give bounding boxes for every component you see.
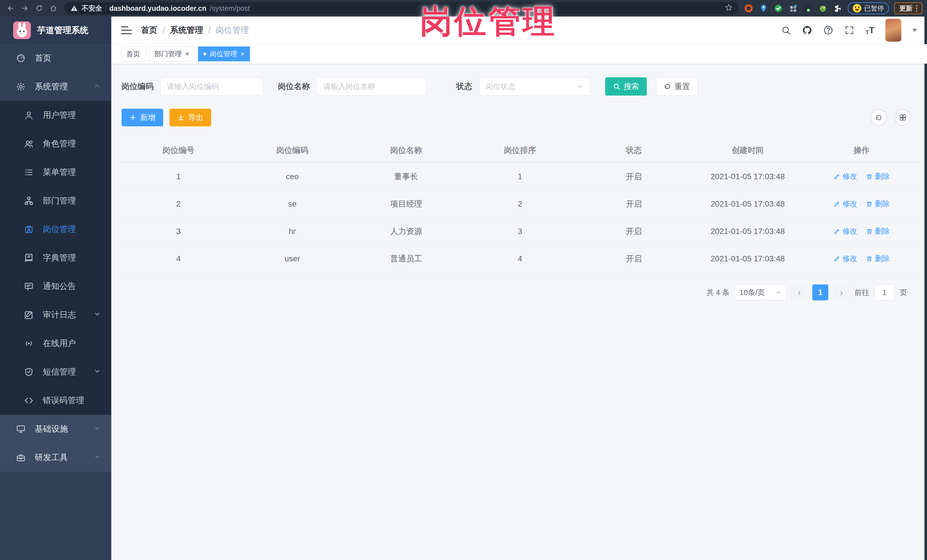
screen: 不安全 dashboard.yudao.iocoder.cn /system/p… xyxy=(0,0,927,560)
sidebar-item-home[interactable]: 首页 xyxy=(0,44,111,73)
blue-pin-extension-icon[interactable] xyxy=(759,3,768,13)
breadcrumb-system[interactable]: 系统管理 xyxy=(170,24,203,36)
column-settings-button[interactable] xyxy=(895,109,911,126)
refresh-icon xyxy=(664,83,671,90)
table-row: 2 se 项目经理 2 开启 2021-01-05 17:03:48 修改 xyxy=(122,190,918,218)
tab-home[interactable]: 首页 xyxy=(121,47,146,61)
sidebar-item-label: 部门管理 xyxy=(43,195,76,206)
caret-down-icon[interactable] xyxy=(912,29,917,32)
page-unit-label: 页 xyxy=(900,288,907,297)
current-page[interactable]: 1 xyxy=(812,284,828,300)
edit-link[interactable]: 修改 xyxy=(833,226,857,236)
sidebar-item-sms[interactable]: 短信管理 xyxy=(0,358,111,386)
post-name-input[interactable] xyxy=(317,77,427,96)
edit-link[interactable]: 修改 xyxy=(833,171,857,181)
sidebar-item-audit-log[interactable]: 审计日志 xyxy=(0,300,111,329)
cell-code: user xyxy=(236,254,349,263)
export-button[interactable]: 导出 xyxy=(169,109,211,126)
puzzle-extension-icon[interactable] xyxy=(833,3,843,13)
delete-link[interactable]: 删除 xyxy=(866,171,890,181)
forward-icon xyxy=(21,5,29,12)
chevron-down-icon xyxy=(94,453,101,463)
font-size-icon[interactable]: TT xyxy=(865,25,874,36)
delete-link[interactable]: 删除 xyxy=(866,226,890,236)
sidebar-item-dict[interactable]: 字典管理 xyxy=(0,244,111,272)
gray-grid-extension-icon[interactable] xyxy=(788,3,798,13)
search-button[interactable]: 搜索 xyxy=(605,77,647,96)
cell-actions: 修改 删除 xyxy=(805,199,918,209)
sidebar-item-departments[interactable]: 部门管理 xyxy=(0,187,111,215)
dark-5g-extension-icon[interactable] xyxy=(803,3,813,13)
next-page-button[interactable]: › xyxy=(833,284,849,300)
profile-paused-badge[interactable]: 已暂停 xyxy=(848,2,889,14)
post-code-input[interactable] xyxy=(160,77,263,96)
page-size-select[interactable]: 10条/页 xyxy=(735,284,786,300)
sidebar-item-online-users[interactable]: 在线用户 xyxy=(0,329,111,358)
tab-posts[interactable]: 岗位管理 × xyxy=(198,47,250,61)
download-icon xyxy=(177,114,185,121)
avatar[interactable] xyxy=(885,19,901,42)
breadcrumb-separator: / xyxy=(163,26,165,35)
sidebar-item-dev-tools[interactable]: 研发工具 xyxy=(0,443,111,472)
search-icon[interactable] xyxy=(781,25,791,35)
cell-code: hr xyxy=(236,227,349,236)
fullscreen-icon[interactable] xyxy=(844,25,854,35)
browser-reload-button[interactable] xyxy=(33,2,45,14)
address-bar[interactable]: 不安全 dashboard.yudao.iocoder.cn /system/p… xyxy=(64,2,739,15)
status-select[interactable]: 岗位状态 xyxy=(479,77,590,96)
browser-update-button[interactable]: 更新 xyxy=(894,2,922,14)
sidebar-item-posts[interactable]: 岗位管理 xyxy=(0,215,111,244)
pencil-icon xyxy=(833,200,840,207)
refresh-table-button[interactable] xyxy=(871,109,887,126)
breadcrumb-home[interactable]: 首页 xyxy=(141,24,158,36)
cell-created: 2021-01-05 17:03:48 xyxy=(691,227,805,236)
not-secure-warning-icon xyxy=(70,4,78,12)
app-logo-row[interactable]: 芋道管理系统 xyxy=(0,17,111,44)
add-button[interactable]: 新增 xyxy=(122,109,163,126)
browser-forward-button[interactable] xyxy=(19,2,31,14)
sidebar-item-users[interactable]: 用户管理 xyxy=(0,101,111,129)
delete-link[interactable]: 删除 xyxy=(866,253,890,264)
hamburger-icon[interactable] xyxy=(121,26,132,35)
sidebar-item-system[interactable]: 系统管理 xyxy=(0,73,111,101)
sidebar-item-menus[interactable]: 菜单管理 xyxy=(0,158,111,187)
post-name-label: 岗位名称 xyxy=(278,81,310,92)
browser-home-button[interactable] xyxy=(47,2,59,14)
sidebar-item-infrastructure[interactable]: 基础设施 xyxy=(0,415,111,443)
cell-id: 2 xyxy=(122,199,236,208)
browser-back-button[interactable] xyxy=(5,2,17,14)
orange-ring-extension-icon[interactable] xyxy=(744,3,754,13)
sidebar-item-label: 通知公告 xyxy=(43,281,76,292)
browser-menu-dots-icon[interactable] xyxy=(916,5,917,12)
reset-button[interactable]: 重置 xyxy=(656,77,698,96)
github-icon[interactable] xyxy=(802,25,812,35)
sidebar-item-error-codes[interactable]: 错误码管理 xyxy=(0,386,111,415)
cell-sort: 1 xyxy=(463,172,577,181)
edit-link[interactable]: 修改 xyxy=(833,199,857,209)
reload-icon xyxy=(35,5,43,12)
trash-icon xyxy=(866,228,873,235)
status-select-placeholder: 岗位状态 xyxy=(486,82,515,91)
tab-departments[interactable]: 部门管理 × xyxy=(149,47,195,61)
sidebar-item-notices[interactable]: 通知公告 xyxy=(0,272,111,300)
sidebar-item-roles[interactable]: 角色管理 xyxy=(0,129,111,158)
bookmark-star-icon[interactable] xyxy=(725,3,733,13)
trash-icon xyxy=(866,255,873,262)
close-icon[interactable]: × xyxy=(240,50,245,57)
help-icon[interactable] xyxy=(823,25,833,35)
shield-icon xyxy=(24,367,33,377)
goto-page-input[interactable] xyxy=(874,284,895,300)
green-sprout-extension-icon[interactable] xyxy=(818,3,828,13)
green-check-extension-icon[interactable] xyxy=(774,3,783,13)
book-icon xyxy=(24,253,33,263)
main-area: 首页 / 系统管理 / 岗位管理 xyxy=(111,17,927,560)
chevron-down-icon xyxy=(94,425,101,434)
edit-link[interactable]: 修改 xyxy=(833,253,857,264)
prev-page-button[interactable]: ‹ xyxy=(791,284,807,300)
rabbit-logo xyxy=(13,21,31,39)
close-icon[interactable]: × xyxy=(185,50,189,57)
delete-link[interactable]: 删除 xyxy=(866,199,890,209)
app-frame: 芋道管理系统 首页 系统管理 用户管理 xyxy=(0,17,927,560)
window-scrollbar[interactable] xyxy=(924,17,927,560)
cell-id: 4 xyxy=(122,254,236,263)
